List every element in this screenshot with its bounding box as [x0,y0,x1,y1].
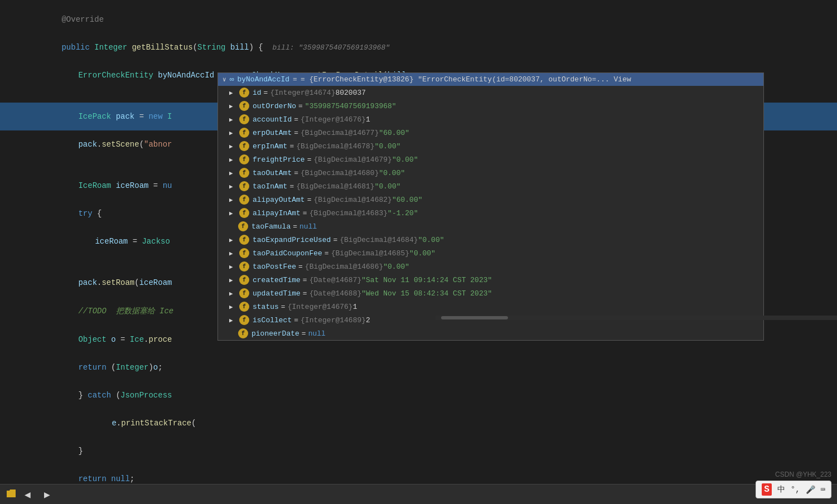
debug-field-updatedtime[interactable]: ▶ f updatedTime = {Date@14688} "Wed Nov … [218,287,763,300]
class-integer2: Integer [116,363,149,372]
punct: ( [193,43,197,52]
debug-field-taoexpandpriceused[interactable]: ▶ f taoExpandPriceUsed = {BigDecimal@146… [218,233,763,246]
p9: ( [139,140,144,149]
p7: = [134,112,148,121]
var-o2: o [153,363,158,372]
debug-field-alipayoutamt[interactable]: ▶ f alipayOutAmt = {BigDecimal@14682} "6… [218,193,763,206]
field-val-pioneer: null [308,329,326,338]
method-setscene: setScene [101,140,139,149]
expand-arrow-status: ▶ [229,303,236,311]
expand-arrow-alipayoutamt: ▶ [229,196,236,203]
var-iceroam: iceRoam [116,181,149,190]
forward-button[interactable]: ▶ [40,488,55,501]
field-name-taofamula: taoFamula [251,222,291,231]
var-pack: pack [116,112,135,121]
var-pack3: pack [78,278,97,287]
kw-return: return [78,363,111,372]
field-icon-erpoutamt: f [239,128,249,138]
debug-field-createdtime[interactable]: ▶ f createdTime = {Date@14687} "Sat Nov … [218,273,763,287]
p24: } [78,447,83,455]
debug-field-freightprice[interactable]: ▶ f freightPrice = {BigDecimal@14679} "0… [218,153,763,166]
class-icepack: IcePack [78,112,115,121]
field-icon-id: f [239,88,249,98]
hint-bill: bill: "3599875407569193968" [273,43,390,52]
field-val-erpinamt: "0.00" [375,142,401,151]
field-val-taopaid: "0.00" [409,249,436,258]
field-name-pioneer: pioneerDate [251,329,299,338]
debug-field-outorderno[interactable]: ▶ f outOrderNo = "3599875407569193968" [218,99,763,113]
debug-field-id[interactable]: ▶ f id = {Integer@14674} 8020037 [218,86,763,99]
field-ref-taopost: {BigDecimal@14686} [305,263,383,271]
debug-field-accountid[interactable]: ▶ f accountId = {Integer@14676} 1 [218,113,763,126]
field-name-taooutamt: taoOutAmt [253,169,292,177]
field-eq-taooutamt: = [294,169,298,177]
comment-todo: //TODO 把数据塞给 Ice [78,307,173,316]
expand-arrow-id: ▶ [229,89,236,96]
expand-arrow-taoinamt: ▶ [229,183,236,190]
code-line-16: } catch (JsonProcess [0,381,837,409]
field-icon-taopaid: f [239,248,249,258]
p15: = [116,335,130,344]
field-name-accountid: accountId [253,115,292,124]
field-ref-accountid: {Integer@14676} [301,115,366,124]
debug-field-status[interactable]: ▶ f status = {Integer@14676} 1 [218,300,763,313]
field-icon-outorderno: f [239,101,249,111]
ime-bar: S 中 °, 🎤 ⌨ [756,481,831,498]
var-bill: bill [230,43,249,52]
field-icon-iscollect: f [239,315,249,325]
field-val-iscollect: 2 [366,316,370,324]
field-eq-updated: = [303,289,307,298]
var-o: o [111,335,115,344]
field-eq-id: = [264,89,268,97]
field-eq-alipayinamt: = [303,209,307,217]
field-icon-accountid: f [239,114,249,124]
field-icon-taoexpand: f [239,235,249,245]
debug-field-taooutamt[interactable]: ▶ f taoOutAmt = {BigDecimal@14680} "0.00… [218,166,763,180]
kw-try: try [78,209,97,218]
ime-voice-icon[interactable]: 🎤 [806,485,815,495]
field-eq-freightprice: = [307,156,312,164]
debug-field-taofamula: f taoFamula = null [218,220,763,233]
debug-eq: = [293,75,297,84]
debug-field-alipayinamt[interactable]: ▶ f alipayInAmt = {BigDecimal@14683} "-1… [218,206,763,220]
field-icon-taofamula: f [238,221,248,231]
debug-field-taoinamt[interactable]: ▶ f taoInAmt = {BigDecimal@14681} "0.00" [218,180,763,193]
expand-main-icon[interactable]: ∨ [222,76,226,83]
ime-logo: S [762,483,772,496]
field-name-taoinamt: taoInAmt [253,182,287,191]
field-icon-freightprice: f [239,154,249,164]
debug-field-taopaidcouponfee[interactable]: ▶ f taoPaidCouponFee = {BigDecimal@14685… [218,246,763,260]
code-line-15: return (Integer)o; [0,353,837,381]
back-button[interactable]: ◀ [20,488,35,501]
type-string: String [197,43,230,52]
field-val-id: 8020037 [335,89,366,97]
expand-arrow-taoexpand: ▶ [229,236,236,244]
p20: } [78,391,88,400]
debug-field-taopostfee[interactable]: ▶ f taoPostFee = {BigDecimal@14686} "0.0… [218,260,763,273]
field-ref-taopaid: {BigDecimal@14685} [331,249,409,258]
ime-keyboard-icon[interactable]: ⌨ [821,485,825,495]
watermark: CSDN @YHK_223 [775,471,831,478]
class-i: I [167,112,172,121]
field-icon-erpinamt: f [239,141,249,151]
debug-field-erpoutamt[interactable]: ▶ f erpOutAmt = {BigDecimal@14677} "60.0… [218,126,763,139]
expand-arrow-alipayinamt: ▶ [229,210,236,217]
debug-header-value: = {ErrorCheckEntity@13826} "ErrorCheckEn… [301,75,631,84]
expand-arrow-taopaid: ▶ [229,250,236,257]
field-val-created: "Sat Nov 11 09:14:24 CST 2023" [361,276,492,284]
field-name-taopaid: taoPaidCouponFee [253,249,322,258]
class-jackso: Jackso [142,237,170,246]
p21: ( [116,391,120,400]
scrollbar-area[interactable] [436,316,837,320]
field-eq-taopaid: = [325,249,329,258]
field-val-alipayinamt: "-1.20" [388,209,418,217]
field-val-accountid: 1 [366,115,370,124]
field-ref-taooutamt: {BigDecimal@14680} [301,169,379,177]
str-abnor: "abnor [144,140,172,149]
debug-field-erpinamt[interactable]: ▶ f erpInAmt = {BigDecimal@14678} "0.00" [218,139,763,153]
scrollbar-thumb[interactable] [441,316,508,319]
ime-chinese[interactable]: 中 [777,484,785,495]
class-object: Object [78,335,111,344]
expand-arrow-accountid: ▶ [229,116,236,123]
p10: = [148,181,162,190]
